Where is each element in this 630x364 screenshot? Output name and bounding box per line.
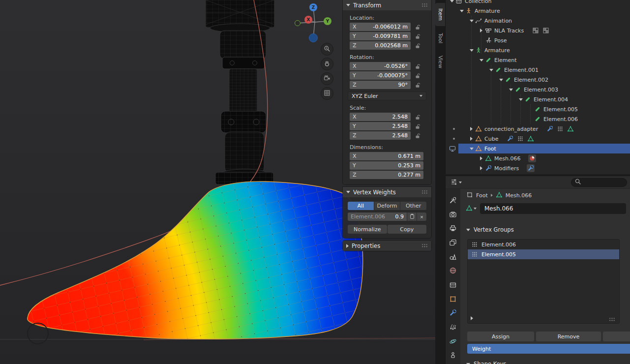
- wrench-icon[interactable]: [527, 164, 535, 172]
- location-y-field[interactable]: Y-0.009781 m: [350, 32, 411, 40]
- outliner-row-nla-tracks[interactable]: NLA Tracks: [446, 26, 630, 35]
- outliner-row-modifiers[interactable]: Modifiers: [446, 163, 630, 173]
- material-icon[interactable]: [528, 154, 536, 162]
- lock-icon[interactable]: [414, 82, 421, 89]
- delete-vertex-weight-button[interactable]: ×: [417, 212, 426, 221]
- outliner-row-collection[interactable]: Collection: [446, 0, 630, 6]
- mesh-data-dropdown[interactable]: [464, 203, 478, 214]
- properties-search[interactable]: [571, 178, 627, 187]
- breadcrumb-object[interactable]: Foot: [476, 192, 488, 199]
- collapse-toggle[interactable]: [478, 59, 484, 61]
- properties-editor[interactable]: Foot Mesh.066 Mesh.066 Vertex Groups: [445, 175, 630, 364]
- outliner-row-animation[interactable]: Animation: [446, 16, 630, 26]
- shape-keys-panel-header[interactable]: Shape Keys: [460, 359, 630, 364]
- outliner-row-element-005[interactable]: Element.005: [446, 104, 630, 114]
- vertex-group-item[interactable]: Element.006: [468, 240, 619, 249]
- outliner-row-element-002[interactable]: Element.002: [446, 75, 630, 85]
- expand-toggle[interactable]: [478, 29, 484, 32]
- weight-slider[interactable]: Weight: [467, 344, 630, 354]
- collapse-toggle[interactable]: [498, 79, 504, 81]
- copy-button[interactable]: Copy: [388, 225, 427, 234]
- list-filter-toggle[interactable]: [471, 315, 473, 322]
- outliner-row-element-001[interactable]: Element.001: [446, 65, 630, 75]
- expand-toggle[interactable]: [478, 156, 484, 160]
- outliner-editor[interactable]: CollectionArmatureAnimationNLA TracksPos…: [445, 0, 630, 174]
- scale-x-field[interactable]: X2.548: [350, 113, 411, 121]
- rotation-y-field[interactable]: Y-0.000075°: [350, 71, 411, 80]
- collapse-toggle[interactable]: [488, 69, 494, 71]
- location-z-field[interactable]: Z0.002568 m: [350, 41, 411, 50]
- tab-render-properties[interactable]: [447, 209, 459, 221]
- sidebar-tab-item[interactable]: Item: [435, 3, 445, 26]
- grid-button[interactable]: [321, 87, 333, 100]
- collapse-toggle[interactable]: [458, 10, 465, 12]
- vertex-groups-panel-header[interactable]: Vertex Groups: [460, 224, 630, 235]
- navigation-gizmo[interactable]: Z X Y: [290, 0, 339, 49]
- outliner-row-element-004[interactable]: Element.004: [446, 94, 630, 104]
- dimensions-y-field[interactable]: Y0.253 m: [350, 161, 423, 170]
- tab-collection-tab-properties[interactable]: [447, 279, 459, 292]
- mesh-name-field[interactable]: Mesh.066: [480, 203, 626, 214]
- dimensions-x-field[interactable]: X0.671 m: [350, 152, 423, 160]
- vertex-groups-list[interactable]: Element.006Element.005: [467, 239, 620, 324]
- collapse-toggle[interactable]: [468, 148, 475, 150]
- outliner-row-element[interactable]: Element: [446, 55, 630, 65]
- tab-scene-properties[interactable]: [447, 251, 459, 264]
- location-x-field[interactable]: X-0.006012 m: [350, 23, 411, 31]
- dimensions-z-field[interactable]: Z0.277 m: [350, 171, 423, 179]
- outliner-row-element-003[interactable]: Element.003: [446, 85, 630, 94]
- normalize-button[interactable]: Normalize: [348, 225, 387, 234]
- outliner-row-cube[interactable]: Cube: [446, 134, 630, 144]
- sidebar-tab-view[interactable]: View: [435, 50, 445, 74]
- tab-particles-properties[interactable]: [447, 322, 459, 334]
- tab-physics-properties[interactable]: [447, 336, 459, 348]
- properties-panel-header[interactable]: Properties: [343, 241, 431, 251]
- expand-toggle[interactable]: [478, 166, 484, 170]
- panel-drag-grip-icon[interactable]: [421, 243, 428, 248]
- lock-icon[interactable]: [414, 33, 421, 40]
- tab-modifiers-properties[interactable]: [447, 307, 459, 320]
- collapse-toggle[interactable]: [449, 0, 455, 2]
- pan-button[interactable]: [321, 58, 333, 70]
- zoom-button[interactable]: [321, 43, 333, 56]
- tab-output-properties[interactable]: [447, 223, 459, 235]
- weight-filter-all[interactable]: All: [348, 202, 374, 210]
- copy-vertex-weight-button[interactable]: [407, 212, 417, 221]
- outliner-row-element-006[interactable]: Element.006: [446, 114, 630, 124]
- expand-toggle[interactable]: [468, 127, 475, 131]
- weight-filter-other[interactable]: Other: [400, 202, 426, 210]
- panel-drag-grip-icon[interactable]: [421, 3, 428, 7]
- scale-z-field[interactable]: Z2.548: [350, 131, 411, 140]
- panel-drag-grip-icon[interactable]: [421, 190, 428, 194]
- tab-view-layer-properties[interactable]: [447, 237, 459, 249]
- tab-constraints-properties[interactable]: [447, 350, 459, 362]
- expand-toggle[interactable]: [468, 137, 475, 141]
- outliner-row-foot[interactable]: Foot: [446, 144, 630, 153]
- lock-icon[interactable]: [414, 123, 421, 130]
- search-input[interactable]: [583, 179, 623, 185]
- transform-panel-header[interactable]: Transform: [343, 0, 431, 10]
- lock-icon[interactable]: [414, 114, 421, 121]
- assign-button[interactable]: Assign: [467, 332, 534, 341]
- lock-icon[interactable]: [414, 24, 421, 30]
- rotation-z-field[interactable]: Z90°: [350, 81, 411, 89]
- outliner-row-armature[interactable]: Armature: [446, 45, 630, 55]
- outliner-row-armature[interactable]: Armature: [446, 6, 630, 16]
- editor-type-button[interactable]: [449, 177, 464, 187]
- vertex-group-item[interactable]: Element.005: [468, 249, 619, 259]
- lock-icon[interactable]: [414, 63, 421, 70]
- vertex-weights-panel-header[interactable]: Vertex Weights: [343, 187, 431, 197]
- outliner-row-connection-adapter[interactable]: connection_adapter: [446, 124, 630, 134]
- outliner-row-mesh-066[interactable]: Mesh.066: [446, 153, 630, 163]
- rotation-x-field[interactable]: X-0.0526°: [350, 62, 411, 70]
- camera-button[interactable]: [321, 72, 333, 85]
- remove-button[interactable]: Remove: [536, 332, 601, 341]
- lock-icon[interactable]: [414, 42, 421, 49]
- breadcrumb-data[interactable]: Mesh.066: [506, 192, 532, 199]
- sidebar-tab-tool[interactable]: Tool: [435, 28, 445, 49]
- tab-object-properties[interactable]: [447, 294, 459, 306]
- select-button-partial[interactable]: [603, 332, 630, 341]
- tab-world-properties[interactable]: [447, 265, 459, 277]
- collapse-toggle[interactable]: [468, 20, 475, 22]
- lock-icon[interactable]: [414, 132, 421, 139]
